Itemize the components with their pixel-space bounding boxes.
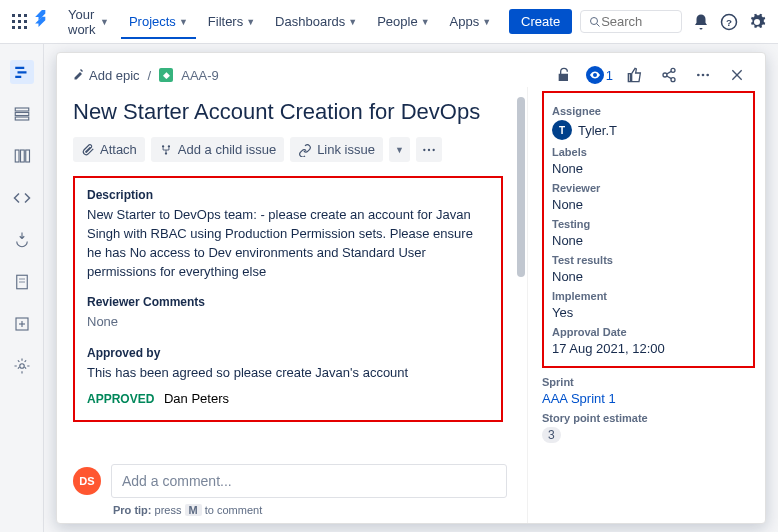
search-box[interactable]: [580, 10, 682, 33]
sidebar-board-icon[interactable]: [10, 144, 34, 168]
jira-logo-icon[interactable]: [32, 10, 52, 34]
comment-input[interactable]: Add a comment...: [111, 464, 507, 498]
assignee-label: Assignee: [552, 105, 745, 117]
create-button[interactable]: Create: [509, 9, 572, 34]
comment-row: DS Add a comment...: [73, 464, 507, 498]
search-input[interactable]: [601, 14, 673, 29]
sidebar-releases-icon[interactable]: [10, 228, 34, 252]
svg-rect-5: [24, 20, 27, 23]
like-icon[interactable]: [623, 63, 647, 87]
svg-rect-1: [18, 14, 21, 17]
chevron-down-icon: ▼: [348, 17, 357, 27]
svg-rect-20: [20, 150, 24, 162]
issue-key-link[interactable]: AAA-9: [181, 68, 219, 83]
approved-by-text[interactable]: This has been agreed so please create Ja…: [87, 364, 489, 383]
settings-icon[interactable]: [748, 9, 766, 35]
implement-value[interactable]: Yes: [552, 305, 745, 320]
svg-point-40: [168, 145, 170, 147]
svg-point-41: [165, 152, 167, 154]
nav-people[interactable]: People▼: [369, 8, 437, 35]
nav-label: Dashboards: [275, 14, 345, 29]
add-child-button[interactable]: Add a child issue: [151, 137, 284, 162]
nav-dashboards[interactable]: Dashboards▼: [267, 8, 365, 35]
share-icon[interactable]: [657, 63, 681, 87]
svg-point-30: [663, 73, 667, 77]
svg-rect-0: [12, 14, 15, 17]
implement-label: Implement: [552, 290, 745, 302]
svg-rect-16: [15, 108, 29, 111]
sidebar-code-icon[interactable]: [10, 186, 34, 210]
nav-filters[interactable]: Filters▼: [200, 8, 263, 35]
labels-value[interactable]: None: [552, 161, 745, 176]
protip-prefix: Pro tip:: [113, 504, 155, 516]
assignee-field[interactable]: T Tyler.T: [552, 120, 745, 140]
lock-icon[interactable]: [552, 63, 576, 87]
svg-text:?: ?: [726, 16, 732, 27]
link-dropdown-button[interactable]: ▼: [389, 137, 410, 162]
labels-label: Labels: [552, 146, 745, 158]
protip-key: M: [185, 504, 202, 516]
nav-projects[interactable]: Projects▼: [121, 6, 196, 39]
sidebar-backlog-icon[interactable]: [10, 102, 34, 126]
add-epic-button[interactable]: Add epic: [73, 68, 140, 83]
nav-apps[interactable]: Apps▼: [442, 8, 500, 35]
approval-date-label: Approval Date: [552, 326, 745, 338]
top-nav: Your work▼ Projects▼ Filters▼ Dashboards…: [0, 0, 778, 44]
assignee-name: Tyler.T: [578, 123, 617, 138]
reviewer-value[interactable]: None: [552, 197, 745, 212]
svg-rect-7: [18, 26, 21, 29]
scrollbar[interactable]: [517, 97, 525, 277]
chevron-down-icon: ▼: [482, 17, 491, 27]
test-results-value[interactable]: None: [552, 269, 745, 284]
attach-label: Attach: [100, 142, 137, 157]
watch-button[interactable]: 1: [586, 66, 613, 84]
close-icon[interactable]: [725, 63, 749, 87]
nav-label: Your work: [68, 7, 97, 37]
protip-text: press: [155, 504, 185, 516]
reviewer-comments-value[interactable]: None: [87, 313, 489, 332]
approval-date-value[interactable]: 17 Aug 2021, 12:00: [552, 341, 745, 356]
sidebar-pages-icon[interactable]: [10, 270, 34, 294]
help-icon[interactable]: ?: [720, 9, 738, 35]
story-points-label: Story point estimate: [542, 412, 755, 424]
pro-tip: Pro tip: press M to comment: [113, 504, 507, 516]
sidebar-add-icon[interactable]: [10, 312, 34, 336]
issue-title[interactable]: New Starter Account Creation for DevOps: [73, 99, 507, 125]
add-child-label: Add a child issue: [178, 142, 276, 157]
story-points-value[interactable]: 3: [542, 427, 755, 443]
sprint-value[interactable]: AAA Sprint 1: [542, 391, 755, 406]
watch-count: 1: [606, 68, 613, 83]
svg-rect-17: [15, 113, 29, 116]
more-icon: [422, 148, 436, 152]
app-switcher-icon[interactable]: [12, 10, 28, 34]
more-actions-button[interactable]: [416, 137, 442, 162]
svg-rect-8: [24, 26, 27, 29]
svg-point-9: [591, 17, 598, 24]
side-fields-box: Assignee T Tyler.T Labels None Reviewer …: [542, 91, 755, 368]
description-text[interactable]: New Starter to DevOps team: - please cre…: [87, 206, 489, 281]
assignee-avatar: T: [552, 120, 572, 140]
link-icon: [298, 143, 312, 157]
dialog-header: Add epic / ◆ AAA-9 1: [57, 53, 765, 87]
attach-button[interactable]: Attach: [73, 137, 145, 162]
link-issue-button[interactable]: Link issue: [290, 137, 383, 162]
pencil-icon: [73, 69, 85, 81]
chevron-down-icon: ▼: [421, 17, 430, 27]
svg-rect-19: [15, 150, 19, 162]
svg-point-29: [671, 68, 675, 72]
svg-point-28: [19, 364, 24, 369]
current-user-avatar: DS: [73, 467, 101, 495]
nav-your-work[interactable]: Your work▼: [60, 1, 117, 43]
svg-line-33: [667, 76, 672, 79]
sidebar-settings-icon[interactable]: [10, 354, 34, 378]
notifications-icon[interactable]: [692, 9, 710, 35]
sidebar-roadmap-icon[interactable]: [10, 60, 34, 84]
child-icon: [159, 143, 173, 157]
testing-value[interactable]: None: [552, 233, 745, 248]
story-points-badge: 3: [542, 427, 561, 443]
more-icon[interactable]: [691, 63, 715, 87]
approval-line: APPROVED Dan Peters: [87, 391, 489, 406]
testing-label: Testing: [552, 218, 745, 230]
svg-rect-6: [12, 26, 15, 29]
svg-point-42: [423, 148, 425, 150]
